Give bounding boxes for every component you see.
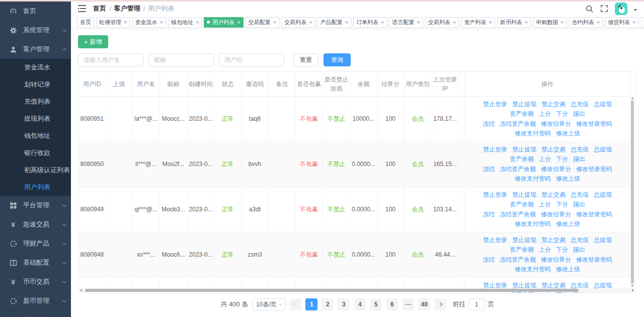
close-icon[interactable]: × — [453, 20, 456, 25]
sidebar-item-bank-collection[interactable]: 银行收款 — [0, 144, 71, 162]
action-link[interactable]: 禁止提现 — [512, 236, 536, 245]
action-link[interactable]: 总充值 — [571, 100, 589, 109]
scroll-right-icon[interactable] — [632, 289, 634, 292]
breadcrumb-item[interactable]: 首页 — [93, 4, 106, 13]
close-icon[interactable]: × — [309, 20, 312, 25]
sidebar-item-platform-management[interactable]: 平台管理 — [0, 196, 71, 215]
action-link[interactable]: 踢出 — [573, 110, 585, 118]
horizontal-scrollbar[interactable] — [79, 288, 635, 292]
action-link[interactable]: 修改上级 — [556, 129, 580, 138]
close-icon[interactable]: × — [381, 20, 384, 25]
sidebar-item-fund-flow[interactable]: 资金流水 — [0, 59, 71, 76]
close-icon[interactable]: × — [124, 20, 127, 25]
action-link[interactable]: 禁止提现 — [512, 191, 536, 199]
close-icon[interactable]: × — [196, 20, 199, 25]
page-button-3[interactable]: 3 — [338, 298, 350, 310]
action-link[interactable]: 资产余额 — [510, 246, 534, 254]
userid-input[interactable] — [219, 53, 284, 66]
action-link[interactable]: 修改上级 — [556, 220, 580, 228]
close-icon[interactable]: × — [159, 20, 163, 25]
next-page-button[interactable] — [434, 298, 446, 310]
action-link[interactable]: 下分 — [556, 246, 568, 254]
action-link[interactable]: 禁止登录 — [483, 145, 507, 154]
reset-button[interactable]: 重置 — [293, 53, 318, 66]
action-link[interactable]: 上分 — [539, 155, 551, 164]
page-button-5[interactable]: 5 — [370, 298, 382, 310]
action-link[interactable]: 下分 — [556, 200, 568, 209]
username-input[interactable] — [78, 53, 143, 66]
tab-订单列表[interactable]: 订单列表× — [353, 17, 387, 28]
chevron-down-icon[interactable] — [634, 9, 637, 11]
action-link[interactable]: 冻结 — [482, 120, 495, 128]
tab-申购数据[interactable]: 申购数据× — [533, 17, 567, 28]
action-link[interactable]: 修改上级 — [556, 265, 580, 274]
action-link[interactable]: 冻结资产余额 — [500, 210, 536, 219]
action-link[interactable]: 禁止交易 — [541, 191, 566, 199]
action-link[interactable]: 禁止交易 — [541, 100, 566, 109]
sidebar-item-deposit-list[interactable]: 充值列表 — [0, 93, 71, 110]
close-icon[interactable]: × — [489, 20, 492, 25]
action-link[interactable]: 修改支付密码 — [515, 265, 551, 274]
action-link[interactable]: 上分 — [539, 110, 551, 118]
fullscreen-icon[interactable] — [600, 5, 608, 13]
action-link[interactable]: 修改信誉分 — [541, 256, 571, 264]
close-icon[interactable]: × — [632, 20, 635, 25]
action-link[interactable]: 资产余额 — [510, 155, 534, 164]
tab-资金流水[interactable]: 资金流水× — [132, 17, 166, 28]
action-link[interactable]: 总充值 — [571, 236, 589, 245]
tab-交易列表[interactable]: 交易列表× — [425, 17, 459, 28]
tab-交易配置[interactable]: 交易配置× — [246, 17, 279, 28]
page-button-4[interactable]: 4 — [354, 298, 366, 310]
tab-首页[interactable]: 首页 — [77, 17, 94, 28]
action-link[interactable]: 总提现 — [594, 145, 612, 154]
goto-page-input[interactable] — [468, 298, 485, 310]
action-link[interactable]: 修改支付密码 — [515, 220, 551, 228]
scroll-up-icon[interactable] — [631, 97, 634, 99]
search-icon[interactable] — [585, 5, 594, 13]
action-link[interactable]: 禁止交易 — [541, 145, 566, 154]
action-link[interactable]: 修改支付密码 — [515, 175, 551, 183]
action-link[interactable]: 修改登录密码 — [576, 165, 612, 174]
action-link[interactable]: 冻结 — [482, 256, 495, 264]
add-user-button[interactable]: +新增 — [78, 35, 108, 48]
more-pages-button[interactable]: ··· — [402, 298, 414, 310]
page-button-1[interactable]: 1 — [305, 298, 317, 310]
sidebar-item-fast-trade[interactable]: ¥急速交易 — [0, 215, 71, 234]
close-icon[interactable]: × — [597, 20, 600, 25]
action-link[interactable]: 修改登录密码 — [576, 210, 612, 219]
tab-轮播管理[interactable]: 轮播管理× — [96, 17, 130, 28]
breadcrumb-item[interactable]: 客户管理 — [114, 4, 140, 13]
action-link[interactable]: 总提现 — [594, 100, 612, 109]
action-link[interactable]: 资产余额 — [510, 110, 534, 118]
action-link[interactable]: 踢出 — [573, 246, 585, 254]
action-link[interactable]: 冻结资产余额 — [500, 120, 536, 128]
close-icon[interactable]: × — [345, 20, 348, 25]
action-link[interactable]: 总充值 — [571, 145, 589, 154]
tab-钱包地址[interactable]: 钱包地址× — [168, 17, 202, 28]
scroll-left-icon[interactable] — [80, 289, 82, 292]
tab-交易列表[interactable]: 交易列表× — [281, 17, 315, 28]
hamburger-icon[interactable] — [78, 5, 86, 12]
close-icon[interactable]: × — [237, 20, 240, 25]
sidebar-item-wealth-products[interactable]: 理财产品 — [0, 234, 71, 253]
horizontal-scrollbar-thumb[interactable] — [85, 289, 579, 292]
tab-法币列表[interactable]: 法币列表× — [641, 17, 644, 28]
scroll-down-icon[interactable] — [631, 285, 634, 287]
tab-语言配置[interactable]: 语言配置× — [389, 17, 423, 28]
tab-合约列表[interactable]: 合约列表× — [569, 17, 603, 28]
sidebar-item-user-list[interactable]: 用户列表 — [0, 179, 71, 196]
prev-page-button[interactable] — [289, 298, 301, 310]
action-link[interactable]: 禁止登录 — [483, 191, 507, 199]
search-button[interactable]: 查询 — [324, 53, 351, 66]
sidebar-item-home[interactable]: 首页 — [0, 2, 71, 21]
action-link[interactable]: 修改信誉分 — [541, 210, 571, 219]
action-link[interactable]: 资产余额 — [510, 200, 534, 209]
action-link[interactable]: 修改上级 — [556, 175, 580, 183]
sidebar-item-coin-trade[interactable]: ¥币币交易 — [0, 272, 71, 291]
sidebar-item-contract-list[interactable]: 合约列表 — [0, 310, 71, 317]
action-link[interactable]: 冻结资产余额 — [500, 256, 536, 264]
action-link[interactable]: 冻结 — [482, 165, 495, 174]
avatar[interactable] — [615, 3, 627, 15]
action-link[interactable]: 下分 — [556, 155, 568, 164]
tab-借贷列表[interactable]: 借贷列表× — [605, 17, 638, 28]
